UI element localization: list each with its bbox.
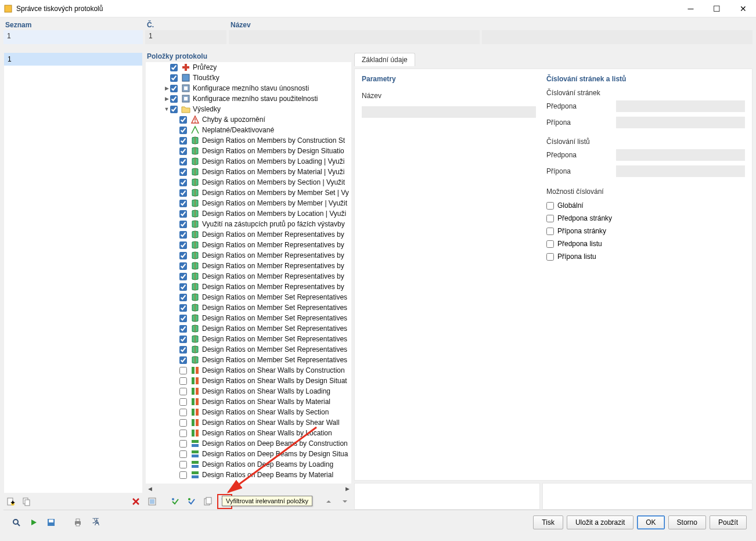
tree-row[interactable]: Design Ratios on Deep Beams by Design Si… — [146, 449, 351, 459]
tree-row[interactable]: Design Ratios on Shear Walls by Design S… — [146, 376, 351, 386]
tree-checkbox[interactable] — [179, 461, 187, 468]
tree-row[interactable]: Design Ratios on Member Set Representati… — [146, 292, 351, 302]
tree-row[interactable]: Design Ratios on Shear Walls by Loading — [146, 386, 351, 396]
tree-row[interactable]: Design Ratios on Deep Beams by Loading — [146, 459, 351, 470]
tree-row[interactable]: Design Ratios on Members by Material | V… — [146, 167, 351, 177]
tree-row[interactable]: Design Ratios on Shear Walls by Shear Wa… — [146, 417, 351, 428]
param-nazev-field[interactable] — [362, 106, 536, 118]
tisk-button[interactable]: Tisk — [533, 515, 563, 529]
tree-row[interactable]: Design Ratios on Member Set Representati… — [146, 313, 351, 323]
tree-checkbox[interactable] — [179, 356, 187, 364]
opt-sheet-prefix-cb[interactable] — [546, 240, 554, 248]
move-up-button[interactable] — [322, 495, 336, 508]
tree-row[interactable]: Design Ratios on Members by Member | Vyu… — [146, 198, 351, 208]
tree-checkbox[interactable] — [179, 430, 187, 437]
tree-checkbox[interactable] — [179, 273, 187, 280]
tree-checkbox[interactable] — [179, 304, 187, 312]
tree-checkbox[interactable] — [179, 241, 187, 249]
tree-checkbox[interactable] — [179, 440, 187, 448]
tree-checkbox[interactable] — [179, 377, 187, 385]
tree-checkbox[interactable] — [179, 419, 187, 427]
tree-checkbox[interactable] — [179, 409, 187, 416]
tree-row[interactable]: ▶Konfigurace mezního stavu použitelnosti — [146, 93, 351, 104]
tree-checkbox[interactable] — [179, 294, 187, 301]
tab-basic-data[interactable]: Základní údaje — [354, 53, 415, 66]
nazev-top-value[interactable] — [229, 30, 480, 44]
tree-row[interactable]: Tloušťky — [146, 73, 351, 83]
tree-row[interactable]: Design Ratios on Deep Beams by Material — [146, 470, 351, 480]
tree-row[interactable]: Design Ratios on Shear Walls by Location — [146, 428, 351, 438]
tree-row[interactable]: ▼Výsledky — [146, 104, 351, 114]
sheet-prefix-field[interactable] — [616, 149, 745, 161]
tree-checkbox[interactable] — [170, 106, 178, 113]
tree-row[interactable]: Design Ratios on Members by Location | V… — [146, 208, 351, 219]
tree-checkbox[interactable] — [170, 85, 178, 92]
tree-row[interactable]: Design Ratios on Members by Loading | Vy… — [146, 156, 351, 167]
tree-row[interactable]: Design Ratios on Member Representatives … — [146, 229, 351, 240]
tree-row[interactable]: Design Ratios on Member Representatives … — [146, 240, 351, 250]
tree-checkbox[interactable] — [179, 283, 187, 291]
tree-row[interactable]: Design Ratios on Member Representatives … — [146, 261, 351, 271]
tree-row[interactable]: ▶Konfigurace mezního stavu únosnosti — [146, 83, 351, 93]
tree-checkbox[interactable] — [179, 252, 187, 259]
protocol-list[interactable]: 1 — [3, 52, 143, 493]
pouzit-button[interactable]: Použít — [710, 515, 747, 529]
tree-checkbox[interactable] — [179, 262, 187, 270]
tree-row[interactable]: Design Ratios on Shear Walls by Section — [146, 407, 351, 417]
tree-row[interactable]: Design Ratios on Members by Design Situa… — [146, 146, 351, 156]
tree-row[interactable]: Design Ratios on Members by Section | Vy… — [146, 177, 351, 187]
opt-page-prefix-cb[interactable] — [546, 215, 554, 222]
tree-checkbox[interactable] — [179, 398, 187, 406]
tree-checkbox[interactable] — [179, 346, 187, 354]
footer-search-button[interactable] — [9, 515, 23, 529]
maximize-button[interactable]: ☐ — [704, 0, 730, 17]
tree-checkbox[interactable] — [179, 325, 187, 333]
tree-checkbox[interactable] — [170, 95, 178, 103]
tree-checkbox[interactable] — [179, 221, 187, 228]
expander-icon[interactable]: ▶ — [163, 96, 170, 102]
tree-checkbox[interactable] — [179, 168, 187, 176]
tree-checkbox[interactable] — [179, 315, 187, 322]
expander-icon[interactable]: ▶ — [163, 85, 170, 91]
tree-row[interactable]: Design Ratios on Shear Walls by Material — [146, 396, 351, 407]
toolbar-btn-1[interactable] — [145, 495, 159, 508]
list-item[interactable]: 1 — [4, 53, 142, 66]
tree-row[interactable]: Design Ratios on Member Set Representati… — [146, 344, 351, 355]
tree-checkbox[interactable] — [179, 116, 187, 124]
protocol-tree[interactable]: PrůřezyTloušťky▶Konfigurace mezního stav… — [146, 62, 351, 480]
tree-checkbox[interactable] — [179, 137, 187, 145]
copy-button[interactable] — [20, 495, 34, 508]
tree-checkbox[interactable] — [179, 231, 187, 239]
close-button[interactable]: ✕ — [730, 0, 756, 17]
tree-row[interactable]: Design Ratios on Members by Construction… — [146, 135, 351, 146]
tree-checkbox[interactable] — [179, 388, 187, 395]
tree-checkbox[interactable] — [179, 367, 187, 374]
tree-checkbox[interactable] — [179, 147, 187, 155]
page-prefix-field[interactable] — [616, 100, 745, 112]
tree-row[interactable]: Průřezy — [146, 62, 351, 73]
seznam-value[interactable]: 1 — [3, 30, 143, 44]
move-down-button[interactable] — [338, 495, 352, 508]
tree-row[interactable]: Design Ratios on Member Set Representati… — [146, 302, 351, 313]
opt-global-cb[interactable] — [546, 202, 554, 210]
storno-button[interactable]: Storno — [668, 515, 706, 529]
uncheck-all-button[interactable] — [185, 495, 199, 508]
ulozit-button[interactable]: Uložit a zobrazit — [567, 515, 633, 529]
opt-sheet-suffix-cb[interactable] — [546, 253, 554, 261]
tree-scrollbar[interactable]: ◀▶ — [145, 484, 352, 493]
tree-checkbox[interactable] — [179, 189, 187, 197]
expander-icon[interactable]: ▼ — [163, 106, 170, 112]
tree-checkbox[interactable] — [179, 127, 187, 134]
ok-button[interactable]: OK — [637, 515, 664, 529]
tree-row[interactable]: Design Ratios on Member Representatives … — [146, 271, 351, 282]
footer-print-button[interactable] — [71, 515, 85, 529]
tree-row[interactable]: Využití na zástupcích prutů po fázích vý… — [146, 219, 351, 229]
tree-row[interactable]: Design Ratios on Member Set Representati… — [146, 355, 351, 365]
page-suffix-field[interactable] — [616, 117, 745, 128]
tree-checkbox[interactable] — [179, 450, 187, 458]
opt-page-suffix-cb[interactable] — [546, 228, 554, 235]
tree-row[interactable]: Design Ratios on Member Set Representati… — [146, 334, 351, 344]
tree-row[interactable]: Design Ratios on Member Representatives … — [146, 282, 351, 292]
tree-row[interactable]: Design Ratios on Member Set Representati… — [146, 323, 351, 334]
footer-run-button[interactable] — [27, 515, 41, 529]
